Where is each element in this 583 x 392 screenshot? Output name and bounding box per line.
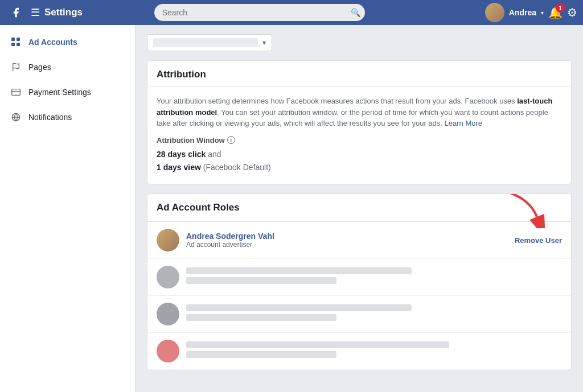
sidebar: Ad Accounts Pages Payment Settings	[0, 25, 136, 392]
svg-rect-3	[17, 43, 20, 46]
blurred-user-row-3	[147, 333, 571, 370]
roles-title: Ad Account Roles	[157, 202, 562, 213]
sidebar-label-ad-accounts: Ad Accounts	[28, 38, 77, 47]
blurred-text-3	[186, 341, 562, 361]
sidebar-label-pages: Pages	[28, 63, 51, 72]
hamburger-icon[interactable]: ☰	[31, 6, 40, 19]
roles-card-header: Ad Account Roles	[147, 194, 571, 222]
blurred-role-1	[186, 277, 336, 284]
grid-icon	[9, 35, 23, 49]
sidebar-label-notifications: Notifications	[28, 113, 72, 122]
and-text: and	[208, 150, 221, 159]
info-icon[interactable]: i	[227, 136, 235, 144]
attribution-window-text: Attribution Window	[157, 136, 225, 145]
primary-user-avatar	[157, 229, 179, 251]
click-days: 28 days click	[157, 150, 206, 159]
primary-user-name: Andrea Sodergren Vahl	[186, 232, 515, 241]
attribution-text-start: Your attribution setting determines how …	[157, 97, 517, 105]
view-days: 1 days view	[157, 163, 201, 172]
account-selector-blurred	[153, 38, 258, 47]
blurred-user-row-2	[147, 296, 571, 333]
svg-rect-5	[12, 89, 20, 96]
attribution-window-label: Attribution Window i	[157, 136, 562, 145]
blurred-avatar-2	[157, 303, 179, 325]
blurred-avatar-3	[157, 340, 179, 362]
svg-rect-1	[17, 38, 20, 41]
notification-badge: 1	[556, 3, 565, 13]
svg-rect-0	[11, 38, 15, 41]
blurred-user-row-1	[147, 259, 571, 296]
sidebar-item-pages[interactable]: Pages	[0, 55, 135, 80]
remove-user-button[interactable]: Remove User	[515, 236, 562, 245]
blurred-text-2	[186, 304, 562, 324]
attribution-values: 28 days click and 1 days view (Facebook …	[157, 148, 562, 175]
roles-card: Ad Account Roles Andrea Sodergren Vahl A…	[147, 193, 572, 370]
learn-more-link[interactable]: Learn More	[445, 119, 482, 127]
svg-rect-2	[11, 43, 15, 46]
main-layout: Ad Accounts Pages Payment Settings	[0, 25, 583, 392]
username-label: Andrea	[509, 8, 536, 17]
primary-user-info: Andrea Sodergren Vahl Ad account adverti…	[186, 232, 515, 249]
facebook-logo	[6, 2, 26, 23]
primary-user-role: Ad account advertiser	[186, 241, 515, 249]
default-label: (Facebook Default)	[203, 163, 271, 172]
top-navigation: ☰ Settings 🔍 Andrea ▾ 🔔 1 ⚙	[0, 0, 583, 25]
blurred-name-2	[186, 304, 412, 311]
flag-icon	[9, 60, 23, 74]
search-container: 🔍	[154, 4, 365, 21]
primary-user-row: Andrea Sodergren Vahl Ad account adverti…	[147, 222, 571, 259]
search-button[interactable]: 🔍	[351, 8, 360, 17]
blurred-avatar-1	[157, 266, 179, 288]
attribution-card: Attribution Your attribution setting det…	[147, 60, 572, 184]
blurred-name-3	[186, 341, 449, 348]
attribution-card-header: Attribution	[147, 61, 571, 86]
search-input[interactable]	[154, 4, 365, 21]
nav-right: Andrea ▾ 🔔 1 ⚙	[485, 3, 577, 22]
sidebar-item-ad-accounts[interactable]: Ad Accounts	[0, 30, 135, 55]
blurred-role-2	[186, 314, 336, 321]
attribution-click-value: 28 days click and	[157, 148, 562, 162]
card-icon	[9, 85, 23, 99]
sidebar-label-payment-settings: Payment Settings	[28, 88, 91, 97]
sidebar-item-payment-settings[interactable]: Payment Settings	[0, 80, 135, 105]
blurred-role-3	[186, 351, 336, 358]
account-selector-chevron-icon: ▾	[262, 39, 266, 47]
user-chevron-icon[interactable]: ▾	[541, 10, 544, 16]
globe-icon	[9, 110, 23, 124]
notifications-bell[interactable]: 🔔 1	[548, 6, 563, 19]
attribution-description: Your attribution setting determines how …	[157, 96, 562, 129]
attribution-card-body: Your attribution setting determines how …	[147, 86, 571, 184]
attribution-title: Attribution	[157, 69, 562, 80]
nav-title: Settings	[44, 7, 83, 18]
gear-icon[interactable]: ⚙	[567, 6, 577, 19]
account-selector-dropdown[interactable]: ▾	[147, 34, 272, 51]
attribution-view-value: 1 days view (Facebook Default)	[157, 161, 562, 175]
blurred-name-1	[186, 267, 412, 274]
avatar[interactable]	[485, 3, 504, 22]
main-content: ▾ Attribution Your attribution setting d…	[136, 25, 583, 392]
sidebar-item-notifications[interactable]: Notifications	[0, 105, 135, 130]
blurred-text-1	[186, 267, 562, 287]
